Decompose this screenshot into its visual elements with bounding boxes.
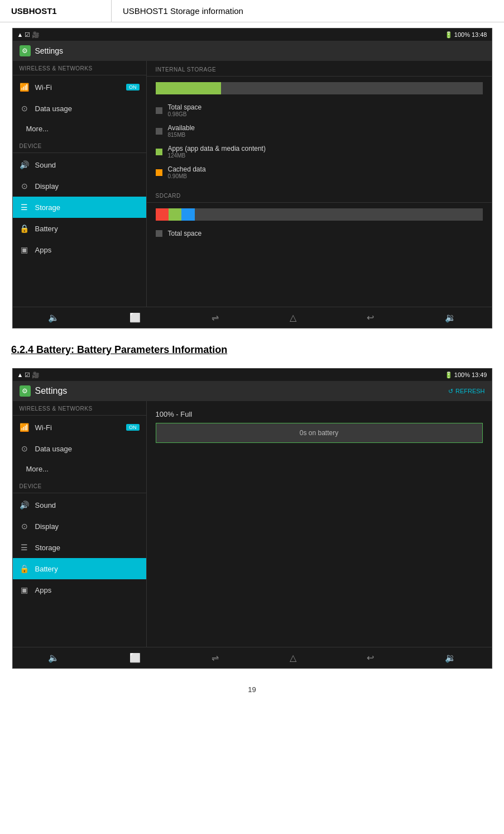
device-section-label-1: DEVICE: [13, 139, 146, 151]
apps-storage-value: 124MB: [168, 152, 266, 159]
bottom-nav-2: 🔈 ⬜ ⇌ △ ↩ 🔉: [13, 647, 492, 668]
sound-label-2: Sound: [35, 501, 56, 509]
status-icons-1: ▲ ☑ 🎥: [17, 31, 40, 39]
sidebar-item-display-1[interactable]: ⊙ Display: [13, 175, 146, 197]
status-battery-1: 🔋 100% 13:48: [445, 31, 487, 39]
sdcard-bar-container: [147, 203, 492, 226]
total-space-row: Total space 0.98GB: [147, 100, 492, 121]
sidebar-item-sound-2[interactable]: 🔊 Sound: [13, 494, 146, 516]
available-value: 815MB: [168, 132, 195, 138]
battery-time-text: 0s on battery: [300, 429, 338, 437]
apps-storage-label: Apps (app data & media content): [168, 145, 266, 152]
header-subtitle: USBHOST1 Storage information: [112, 6, 255, 16]
sidebar-item-more-2[interactable]: More...: [13, 459, 146, 479]
page-number: 19: [0, 674, 504, 705]
section-heading: 6.2.4 Battery: Battery Parameters Inform…: [0, 334, 504, 363]
wifi-icon-2: 📶: [20, 422, 30, 432]
available-row: Available 815MB: [147, 121, 492, 141]
divider3: [13, 415, 146, 416]
refresh-icon: ↺: [448, 388, 453, 395]
sound-icon-1: 🔊: [20, 160, 30, 170]
data-usage-label-1: Data usage: [35, 104, 73, 113]
wifi-toggle-1[interactable]: ON: [126, 84, 140, 90]
divider4: [13, 493, 146, 493]
sidebar-item-apps-2[interactable]: ▣ Apps: [13, 579, 146, 601]
cached-row: Cached data 0.90MB: [147, 162, 492, 183]
more-label-1: More...: [26, 125, 49, 133]
status-right-2: 🔋 100% 13:49: [445, 371, 487, 379]
bottom-nav-1: 🔈 ⬜ ⇌ △ ↩ 🔉: [13, 307, 492, 328]
refresh-label: REFRESH: [455, 388, 485, 394]
settings-header-1: ⚙ Settings: [13, 41, 492, 61]
sidebar-item-storage-1[interactable]: ☰ Storage: [13, 197, 146, 218]
cached-value: 0.90MB: [168, 173, 206, 179]
nav-volume-icon[interactable]: 🔈: [48, 312, 59, 323]
sdcard-label: SDCARD: [147, 187, 492, 203]
sidebar-item-data-2[interactable]: ⊙ Data usage: [13, 438, 146, 459]
apps-dot: [156, 149, 162, 155]
storage-content: INTERNAL STORAGE Total space 0.98GB Avai…: [147, 61, 492, 307]
battery-content: 100% - Full 0s on battery: [147, 401, 492, 647]
nav-return-icon-2[interactable]: ↩: [367, 652, 374, 663]
device-section-label-2: DEVICE: [13, 479, 146, 492]
header-title: USBHOST1: [0, 0, 112, 22]
section-prefix: 6.2.4 Battery:: [11, 344, 74, 355]
wireless-section-label-1: WIRELESS & NETWORKS: [13, 61, 146, 74]
settings-icon-1: ⚙: [20, 45, 31, 56]
data-icon-1: ⊙: [20, 103, 30, 113]
storage-label-1: Storage: [35, 203, 61, 212]
nav-volume-icon-2[interactable]: 🔈: [48, 652, 59, 663]
sidebar-1: WIRELESS & NETWORKS 📶 Wi-Fi ON ⊙ Data us…: [13, 61, 147, 307]
apps-label-1: Apps: [35, 246, 52, 254]
nav-usb-icon-2[interactable]: ⇌: [212, 652, 219, 663]
available-label: Available: [168, 124, 195, 132]
screenshot-battery: ▲ ☑ 🎥 🔋 100% 13:49 ⚙ Settings ↺ REFRESH …: [12, 368, 492, 669]
sidebar-item-storage-2[interactable]: ☰ Storage: [13, 537, 146, 558]
sidebar-item-sound-1[interactable]: 🔊 Sound: [13, 154, 146, 175]
sidebar-item-wifi-2[interactable]: 📶 Wi-Fi ON: [13, 417, 146, 438]
sidebar-item-more-1[interactable]: More...: [13, 119, 146, 139]
battery-icon-2: 🔒: [20, 564, 30, 574]
refresh-button[interactable]: ↺ REFRESH: [448, 388, 485, 395]
sidebar-item-battery-2[interactable]: 🔒 Battery: [13, 558, 146, 579]
display-icon-2: ⊙: [20, 521, 30, 531]
nav-speaker-icon[interactable]: 🔉: [445, 312, 456, 323]
nav-usb-icon[interactable]: ⇌: [212, 312, 219, 323]
settings-title-1: Settings: [35, 46, 64, 55]
sidebar-item-data-1[interactable]: ⊙ Data usage: [13, 98, 146, 119]
divider2: [13, 152, 146, 153]
sidebar-item-apps-1[interactable]: ▣ Apps: [13, 239, 146, 260]
sdcard-green: [169, 208, 181, 221]
sidebar-item-battery-1[interactable]: 🔒 Battery: [13, 218, 146, 239]
status-icons-2: ▲ ☑ 🎥: [17, 371, 40, 379]
cached-dot: [156, 169, 162, 176]
sidebar-item-wifi-1[interactable]: 📶 Wi-Fi ON: [13, 77, 146, 98]
nav-back-icon-2[interactable]: ⬜: [129, 652, 141, 663]
page-number-text: 19: [248, 685, 256, 694]
nav-home-icon-2[interactable]: △: [290, 652, 296, 663]
battery-info: 100% - Full 0s on battery: [147, 401, 492, 456]
divider: [13, 75, 146, 75]
status-battery-2: 🔋 100% 13:49: [445, 371, 487, 379]
wifi-toggle-2[interactable]: ON: [126, 424, 140, 431]
nav-home-icon[interactable]: △: [290, 312, 296, 323]
sdcard-red: [156, 208, 169, 221]
sdcard-bar: [156, 208, 483, 221]
cached-label: Cached data: [168, 165, 206, 173]
nav-return-icon[interactable]: ↩: [367, 312, 374, 323]
nav-speaker-icon-2[interactable]: 🔉: [445, 652, 456, 663]
battery-percent-text: 100% - Full: [156, 410, 483, 418]
sidebar-item-display-2[interactable]: ⊙ Display: [13, 516, 146, 537]
storage-label-2: Storage: [35, 544, 61, 552]
storage-bar-container: [147, 77, 492, 100]
screenshot-storage: ▲ ☑ 🎥 🔋 100% 13:48 ⚙ Settings WIRELESS &…: [12, 28, 492, 328]
settings-title-group-2: ⚙ Settings: [20, 385, 68, 397]
wifi-label-1: Wi-Fi: [35, 83, 52, 92]
storage-icon-1: ☰: [20, 202, 30, 212]
display-label-2: Display: [35, 522, 59, 531]
internal-storage-label: INTERNAL STORAGE: [147, 61, 492, 77]
data-usage-label-2: Data usage: [35, 445, 73, 453]
sd-total-row: Total space: [147, 226, 492, 241]
nav-back-icon[interactable]: ⬜: [129, 312, 141, 323]
available-dot: [156, 128, 162, 135]
